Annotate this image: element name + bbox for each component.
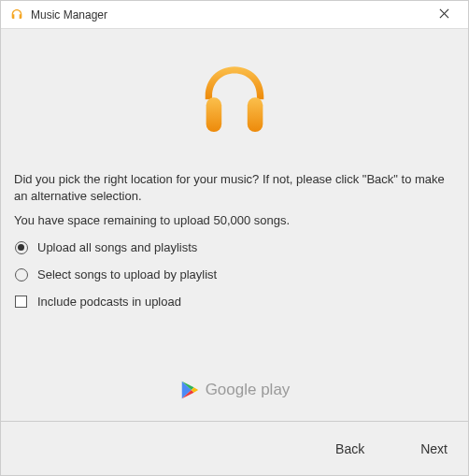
message-primary: Did you pick the right location for your… xyxy=(14,171,455,204)
svg-rect-2 xyxy=(206,97,222,132)
radio-select-by-playlist[interactable]: Select songs to upload by playlist xyxy=(14,267,455,281)
window-title: Music Manager xyxy=(31,8,107,22)
back-button[interactable]: Back xyxy=(335,441,364,456)
google-play-logo-icon xyxy=(179,380,200,400)
google-play-brand: Google play xyxy=(14,363,455,413)
radio-icon xyxy=(15,241,28,254)
close-button[interactable] xyxy=(425,2,462,28)
checkbox-icon xyxy=(15,296,27,308)
radio-icon xyxy=(15,268,28,281)
radio-upload-all[interactable]: Upload all songs and playlists xyxy=(14,240,455,254)
headphones-icon xyxy=(192,58,277,147)
radio-upload-all-label: Upload all songs and playlists xyxy=(37,240,197,254)
close-icon xyxy=(439,7,449,22)
footer-bar: Back Next xyxy=(1,421,468,475)
radio-select-by-playlist-label: Select songs to upload by playlist xyxy=(37,267,217,281)
svg-rect-3 xyxy=(248,97,263,132)
headphones-icon xyxy=(8,7,25,23)
upload-options: Upload all songs and playlists Select so… xyxy=(14,240,455,322)
checkbox-include-podcasts[interactable]: Include podcasts in upload xyxy=(14,295,455,309)
checkbox-include-podcasts-label: Include podcasts in upload xyxy=(37,295,181,309)
hero-image xyxy=(14,46,455,158)
content-area: Did you pick the right location for your… xyxy=(1,29,468,421)
google-play-label: Google play xyxy=(206,381,291,399)
title-bar: Music Manager xyxy=(1,1,468,29)
next-button[interactable]: Next xyxy=(420,441,448,456)
message-secondary: You have space remaining to upload 50,00… xyxy=(14,213,455,227)
